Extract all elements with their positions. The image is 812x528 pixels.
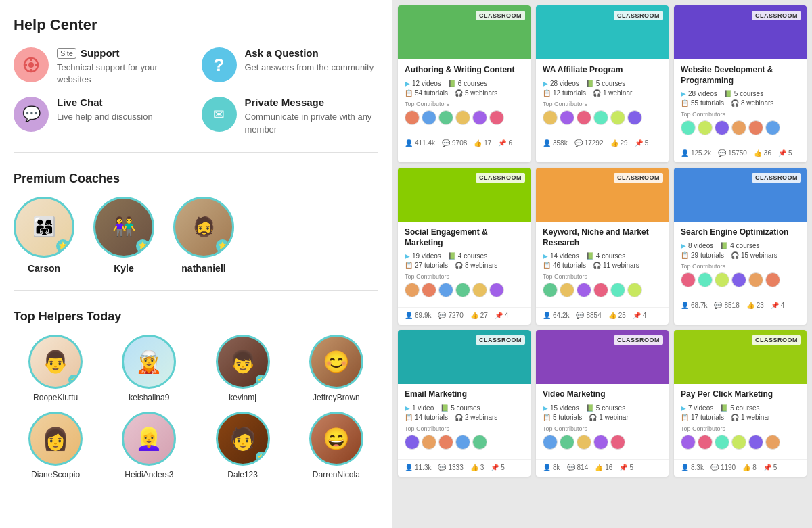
contrib-avatar [422,435,436,450]
helper-item-jeffrey[interactable]: 😊 JeffreyBrown [294,335,378,402]
left-panel: Help Center Site [0,0,392,528]
contrib-avatar [627,110,642,125]
classroom-grid: CLASSROOM Authoring & Writing Content ▶ … [398,5,807,477]
card-title: Social Engagement & Marketing [405,227,524,248]
private-message-item[interactable]: ✉ Private Message Communicate in private… [202,97,379,135]
top-contrib-label: Top Contributors [405,101,524,107]
coach-item-nathaniell[interactable]: 🧔 ⭐ nathaniell [173,197,234,274]
card-title: Website Development & Programming [681,65,800,86]
footer-stat: 👤 8.3k [681,464,704,471]
classroom-card-email-marketing[interactable]: CLASSROOM Email Marketing ▶ 1 video 📗 5 … [398,330,531,477]
contrib-avatar [405,283,420,297]
classroom-badge: CLASSROOM [614,11,663,20]
contrib-avatar [472,110,487,125]
contrib-avatar [698,120,713,135]
site-support-item[interactable]: Site Support Technical support for your … [14,47,191,86]
footer-stat: 👍 27 [470,312,488,319]
contrib-avatar [731,120,746,135]
helper-name-heidi: HeidiAnders3 [125,470,173,479]
contrib-avatar [438,110,453,125]
contrib-avatars [405,435,524,450]
contrib-avatars [681,120,800,135]
stat-courses: 📗 5 courses [586,404,625,412]
helper-item-dale[interactable]: 🧑 ⭐ Dale123 [201,412,285,479]
classroom-badge: CLASSROOM [476,335,525,345]
contrib-avatars [681,435,800,450]
stat-webinars: 🎧 11 webinars [593,262,639,269]
helper-item-roope[interactable]: 👨 ⭐ RoopeKiuttu [14,335,97,402]
contrib-avatar [560,435,574,450]
coach-name-kyle: Kyle [114,263,134,274]
stat-tutorials: 📋 46 tutorials [543,262,586,269]
footer-stat: 👤 11.3k [405,464,431,471]
contrib-avatar [489,110,504,125]
right-panel: CLASSROOM Authoring & Writing Content ▶ … [392,0,812,528]
helper-item-heidi[interactable]: 👱‍♀️ HeidiAnders3 [107,412,191,479]
classroom-card-keyword-niche[interactable]: CLASSROOM Keyword, Niche and Market Rese… [536,168,669,325]
site-support-title: Site Support [57,47,191,59]
card-footer: 👤 11.3k 💬 1333 👍 3 📌 5 [398,459,531,477]
coach-item-carson[interactable]: 👨‍👩‍👧 ⭐ Carson [14,197,74,274]
contrib-avatar [765,272,780,287]
coach-avatar-carson: 👨‍👩‍👧 ⭐ [14,197,74,258]
private-message-text: Private Message Communicate in private w… [245,97,379,135]
coach-item-kyle[interactable]: 👫 ⭐ Kyle [93,197,154,274]
classroom-card-ppc[interactable]: CLASSROOM Pay Per Click Marketing ▶ 7 vi… [674,330,807,477]
card-title: Search Engine Optimization [681,227,800,238]
contrib-avatar [455,283,470,297]
helper-item-darren[interactable]: 😄 DarrenNicola [294,412,378,479]
stat-webinars: 🎧 15 webinars [731,251,777,259]
ask-question-item[interactable]: ? Ask a Question Get answers from the co… [202,47,379,86]
classroom-card-website-dev[interactable]: CLASSROOM Website Development & Programm… [674,5,807,162]
footer-stat: 👍 36 [754,149,771,157]
card-header: CLASSROOM [674,5,807,59]
contrib-avatar [405,435,420,450]
top-contrib-label: Top Contributors [405,273,524,280]
classroom-card-authoring[interactable]: CLASSROOM Authoring & Writing Content ▶ … [398,5,531,162]
helper-item-kevin[interactable]: 👦 ⭐ kevinmj [201,335,285,402]
footer-stat: 👍 23 [746,302,764,309]
contrib-avatars [543,110,662,125]
helper-star-kevin: ⭐ [256,375,267,385]
stat-videos: ▶ 12 videos [405,80,441,87]
helpers-grid: 👨 ⭐ RoopeKiuttu 🧝 keishalina9 👦 ⭐ kevinm… [14,335,378,479]
card-body: Email Marketing ▶ 1 video 📗 5 courses 📋 … [398,384,531,459]
helper-item-diane[interactable]: 👩 DianeScorpio [14,412,97,479]
helper-avatar-darren: 😄 [309,412,363,466]
classroom-badge: CLASSROOM [614,173,663,183]
footer-stat: 👤 125.2k [681,149,711,157]
card-header: CLASSROOM [536,168,669,222]
footer-stat: 👤 64.2k [543,312,569,319]
stat-webinars: 🎧 1 webinar [589,414,628,421]
footer-stat: 👤 68.7k [681,302,707,309]
card-title: Pay Per Click Marketing [681,389,800,400]
classroom-card-video-marketing[interactable]: CLASSROOM Video Marketing ▶ 15 videos 📗 … [536,330,669,477]
helper-star-dale: ⭐ [256,452,267,462]
contrib-avatar [715,120,729,135]
classroom-card-social-marketing[interactable]: CLASSROOM Social Engagement & Marketing … [398,168,531,325]
card-body: Website Development & Programming ▶ 28 v… [674,59,807,145]
footer-stat: 📌 5 [491,464,505,471]
contrib-avatar [748,272,763,287]
site-badge: Site [57,48,76,59]
contrib-avatar [543,283,558,297]
classroom-card-seo[interactable]: CLASSROOM Search Engine Optimization ▶ 8… [674,168,807,325]
contrib-avatar [543,110,558,125]
live-chat-desc: Live help and discussion [57,111,153,123]
card-footer: 👤 8k 💬 814 👍 16 📌 5 [536,459,669,477]
contrib-avatar [472,435,487,450]
helper-item-keish[interactable]: 🧝 keishalina9 [107,335,191,402]
stat-videos: ▶ 28 videos [681,90,717,97]
card-header: CLASSROOM [674,330,807,384]
card-title: Keyword, Niche and Market Research [543,227,662,248]
contrib-avatar [422,110,436,125]
classroom-card-wa-affiliate[interactable]: CLASSROOM WA Affiliate Program ▶ 28 vide… [536,5,669,162]
helper-avatar-kevin: 👦 ⭐ [216,335,270,389]
live-chat-item[interactable]: 💬 Live Chat Live help and discussion [14,97,191,135]
coach-star-badge-kyle: ⭐ [136,239,150,253]
contrib-avatar [405,110,420,125]
helper-avatar-dale: 🧑 ⭐ [216,412,270,466]
coaches-row: 👨‍👩‍👧 ⭐ Carson 👫 ⭐ Kyle 🧔 ⭐ nathaniell [14,197,378,274]
footer-stat: 💬 814 [567,464,589,471]
contrib-avatar [610,283,625,297]
